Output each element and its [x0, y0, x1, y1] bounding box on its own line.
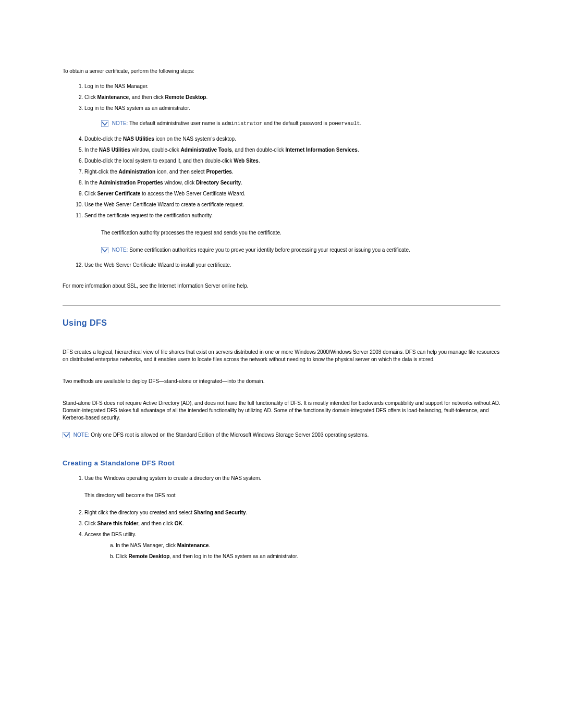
step-6: Double-click the local system to expand … — [84, 157, 500, 165]
text: Double-click the local system to expand … — [84, 158, 234, 164]
text: Only one DFS root is allowed on the Stan… — [91, 432, 369, 438]
note-label: NOTE: — [112, 120, 129, 126]
certificate-steps-list: Log in to the NAS Manager. Click Mainten… — [63, 82, 500, 269]
bold-sharing-security: Sharing and Security — [194, 510, 246, 515]
bold-remote-desktop: Remote Desktop — [165, 94, 206, 100]
text: Access the DFS utility. — [84, 532, 136, 537]
step-11: Send the certificate request to the cert… — [84, 212, 500, 254]
bold-nas-utilities: NAS Utilities — [99, 147, 130, 153]
text: Send the certificate request to the cert… — [84, 213, 213, 218]
text: Some certification authorities require y… — [129, 247, 410, 253]
svg-rect-1 — [101, 247, 108, 253]
text: Click — [84, 521, 97, 526]
text: Click — [116, 553, 128, 559]
dfs-paragraph-1: DFS creates a logical, hierarchical view… — [63, 349, 500, 363]
note-label: NOTE: — [112, 247, 129, 253]
step-7: Right-click the Administration icon, and… — [84, 168, 500, 176]
text: . — [358, 147, 359, 153]
step-8: In the Administration Properties window,… — [84, 179, 500, 187]
text: . — [360, 120, 362, 126]
note-default-credentials: NOTE: The default administrative user na… — [101, 119, 500, 128]
text: Right click the directory you created an… — [84, 510, 194, 515]
text: icon on the NAS system's desktop. — [154, 136, 236, 142]
note-cert-authority: NOTE: Some certification authorities req… — [101, 246, 500, 254]
dfs-step-4a: In the NAS Manager, click Maintenance. — [116, 541, 500, 549]
text: In the NAS Manager, click — [116, 542, 177, 548]
step-5: In the NAS Utilities window, double-clic… — [84, 146, 500, 154]
svg-rect-2 — [63, 432, 70, 438]
bold-server-certificate: Server Certificate — [97, 191, 140, 196]
heading-using-dfs: Using DFS — [63, 318, 500, 328]
text: . — [209, 542, 210, 548]
bold-iis: Internet Information Services — [286, 147, 358, 153]
step-3: Log in to the NAS system as an administr… — [84, 104, 500, 128]
bold-properties: Properties — [206, 169, 231, 175]
text: Use the Windows operating system to crea… — [84, 475, 261, 481]
mono-administrator: administrator — [222, 121, 262, 127]
bold-admin-tools: Administrative Tools — [181, 147, 232, 153]
text: In the — [84, 147, 99, 153]
divider — [63, 305, 500, 306]
heading-creating-standalone-dfs-root: Creating a Standalone DFS Root — [63, 459, 500, 467]
dfs-step-2: Right click the directory you created an… — [84, 509, 500, 516]
text: . — [259, 158, 260, 164]
text: Double-click the — [84, 136, 123, 142]
text: and the default password is — [262, 120, 328, 126]
text: Click — [84, 191, 97, 196]
text: . — [182, 521, 184, 526]
dfs-step-4b: Click Remote Desktop, and then log in to… — [116, 552, 500, 560]
post-step-11-text: The certification authority processes th… — [101, 229, 500, 237]
text: The default administrative user name is — [129, 120, 222, 126]
step-4: Double-click the NAS Utilities icon on t… — [84, 135, 500, 143]
step-9: Click Server Certificate to access the W… — [84, 190, 500, 198]
text: to access the Web Server Certificate Wiz… — [140, 191, 246, 196]
mono-powervault: powervault — [329, 121, 360, 127]
text: Right-click the — [84, 169, 119, 175]
step-2: Click Maintenance, and then click Remote… — [84, 93, 500, 101]
dfs-paragraph-3: Stand-alone DFS does not require Active … — [63, 400, 500, 422]
dfs-step-1: Use the Windows operating system to crea… — [84, 474, 500, 499]
dfs-paragraph-2: Two methods are available to deploy DFS—… — [63, 378, 500, 385]
bold-maintenance: Maintenance — [97, 94, 129, 100]
note-label: NOTE: — [74, 432, 91, 438]
dfs-step-3: Click Share this folder, and then click … — [84, 520, 500, 527]
text: Click — [84, 94, 97, 100]
text: , and then double-click — [232, 147, 286, 153]
bold-maintenance: Maintenance — [177, 542, 209, 548]
text: . — [241, 180, 242, 186]
text: . — [206, 94, 207, 100]
dfs-step-4: Access the DFS utility. In the NAS Manag… — [84, 530, 500, 560]
text: , and then log in to the NAS system as a… — [169, 553, 298, 559]
ssl-more-info: For more information about SSL, see the … — [63, 282, 500, 290]
text: . — [246, 510, 248, 515]
dfs-step-1-post: This directory will become the DFS root — [84, 491, 500, 499]
bold-share-folder: Share this folder — [97, 521, 138, 526]
step-1: Log in to the NAS Manager. — [84, 82, 500, 90]
bold-web-sites: Web Sites — [234, 158, 259, 164]
text: , and then click — [129, 94, 165, 100]
intro-paragraph: To obtain a server certificate, perform … — [63, 68, 500, 75]
bold-nas-utilities: NAS Utilities — [123, 136, 154, 142]
bold-remote-desktop: Remote Desktop — [128, 553, 169, 559]
step-10: Use the Web Server Certificate Wizard to… — [84, 201, 500, 208]
text: . — [232, 169, 234, 175]
text: window, click — [163, 180, 196, 186]
dfs-step-4-sublist: In the NAS Manager, click Maintenance. C… — [84, 541, 500, 560]
note-icon — [63, 432, 70, 438]
note-icon — [101, 247, 108, 253]
bold-administration: Administration — [119, 169, 156, 175]
document-page: To obtain a server certificate, perform … — [0, 0, 563, 609]
bold-admin-properties: Administration Properties — [99, 180, 163, 186]
step-12: Use the Web Server Certificate Wizard to… — [84, 261, 500, 269]
text: icon, and then select — [155, 169, 206, 175]
dfs-root-steps-list: Use the Windows operating system to crea… — [63, 474, 500, 560]
text: Log in to the NAS system as an administr… — [84, 105, 190, 111]
note-dfs-root: NOTE: Only one DFS root is allowed on th… — [63, 432, 500, 438]
bold-directory-security: Directory Security — [196, 180, 241, 186]
svg-rect-0 — [101, 120, 108, 127]
note-icon — [101, 120, 108, 127]
text: In the — [84, 180, 99, 186]
text: window, double-click — [130, 147, 181, 153]
bold-ok: OK — [175, 521, 182, 526]
text: , and then click — [138, 521, 174, 526]
